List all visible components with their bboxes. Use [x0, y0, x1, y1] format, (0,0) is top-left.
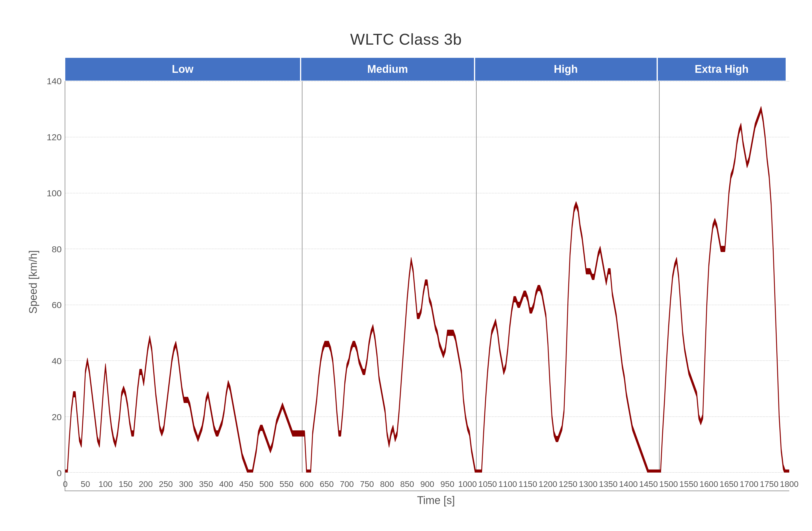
x-tick-700: 700	[340, 479, 354, 489]
x-tick-1200: 1200	[539, 479, 557, 489]
phase-box-extra-high: Extra High	[657, 57, 786, 81]
x-tick-1300: 1300	[579, 479, 597, 489]
x-axis-title: Time [s]	[83, 494, 789, 507]
x-tick-1150: 1150	[519, 479, 537, 489]
x-tick-1100: 1100	[498, 479, 517, 489]
x-tick-1700: 1700	[740, 479, 758, 489]
phase-box-high: High	[475, 57, 657, 81]
x-tick-600: 600	[300, 479, 314, 489]
x-tick-100: 100	[99, 479, 113, 489]
chart-title: WLTC Class 3b	[350, 30, 462, 48]
x-tick-450: 450	[239, 479, 253, 489]
x-tick-1550: 1550	[679, 479, 698, 489]
x-tick-250: 250	[159, 479, 173, 489]
x-tick-900: 900	[420, 479, 434, 489]
x-tick-800: 800	[380, 479, 394, 489]
x-tick-50: 50	[81, 479, 90, 489]
x-tick-500: 500	[259, 479, 273, 489]
x-tick-1250: 1250	[559, 479, 577, 489]
x-tick-150: 150	[119, 479, 133, 489]
x-tick-1500: 1500	[659, 479, 678, 489]
chart-right: LowMediumHighExtra High 0204060801001201…	[41, 57, 789, 507]
x-tick-550: 550	[279, 479, 293, 489]
plot-and-yaxis: 020406080100120140 050100150200250300350…	[41, 81, 789, 491]
x-tick-850: 850	[400, 479, 414, 489]
plot-container: 0501001502002503003504004505005506006507…	[65, 81, 789, 491]
x-axis-labels: 0501001502002503003504004505005506006507…	[65, 473, 789, 491]
y-ticks: 020406080100120140	[41, 81, 65, 491]
x-tick-1000: 1000	[458, 479, 477, 489]
x-tick-0: 0	[63, 479, 68, 489]
x-tick-1650: 1650	[720, 479, 738, 489]
x-tick-1400: 1400	[619, 479, 638, 489]
x-tick-1450: 1450	[639, 479, 658, 489]
x-tick-1350: 1350	[599, 479, 618, 489]
x-tick-1750: 1750	[760, 479, 779, 489]
x-tick-300: 300	[179, 479, 193, 489]
y-axis-label: Speed [km/h]	[23, 57, 41, 507]
x-tick-1800: 1800	[780, 479, 799, 489]
x-tick-350: 350	[199, 479, 213, 489]
chart-area: Speed [km/h] LowMediumHighExtra High 020…	[23, 57, 789, 507]
x-tick-950: 950	[440, 479, 454, 489]
x-tick-1050: 1050	[478, 479, 497, 489]
speed-chart-svg	[65, 81, 789, 473]
x-tick-400: 400	[219, 479, 233, 489]
x-tick-650: 650	[320, 479, 334, 489]
chart-wrapper: WLTC Class 3b Speed [km/h] LowMediumHigh…	[17, 18, 795, 513]
phase-box-medium: Medium	[301, 57, 475, 81]
x-tick-750: 750	[360, 479, 374, 489]
x-tick-1600: 1600	[699, 479, 718, 489]
phase-header: LowMediumHighExtra High	[65, 57, 786, 81]
x-tick-200: 200	[139, 479, 153, 489]
phase-box-low: Low	[65, 57, 301, 81]
